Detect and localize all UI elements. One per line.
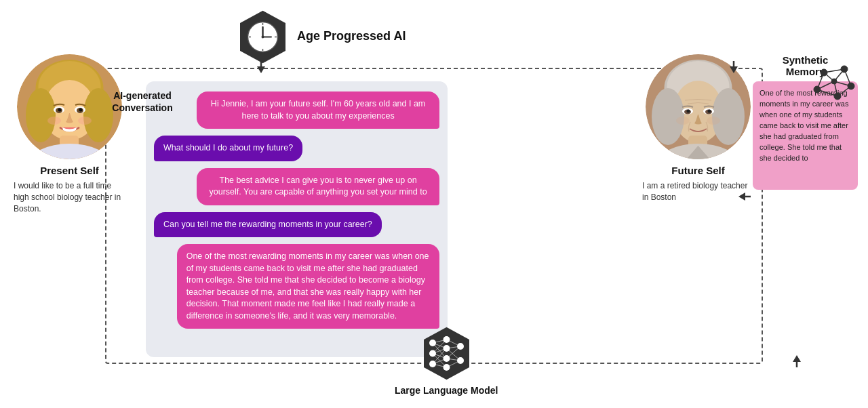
present-face-image [17, 54, 122, 159]
age-progressed-label: Age Progressed AI [297, 29, 406, 43]
present-self-description: I would like to be a full time high scho… [14, 180, 125, 214]
svg-marker-95 [793, 355, 801, 362]
svg-line-47 [824, 73, 834, 81]
arrow-future-down [727, 61, 741, 73]
svg-point-7 [83, 88, 113, 142]
svg-point-6 [26, 88, 56, 142]
future-self-description: I am a retired biology teacher in Boston [642, 180, 754, 203]
svg-point-25 [712, 88, 745, 145]
future-self-title: Future Self [642, 165, 754, 177]
svg-marker-93 [738, 192, 745, 201]
svg-marker-89 [257, 66, 265, 73]
clock-hexagon [234, 8, 292, 66]
future-self-section: Future Self I am a retired biology teach… [642, 54, 754, 203]
chat-area: Hi Jennie, I am your future self. I'm 60… [146, 81, 448, 357]
svg-point-34 [707, 117, 720, 125]
clock-hex-shape [234, 8, 292, 66]
synthetic-memory-section: SyntheticMemory [753, 54, 858, 190]
present-face-container [17, 54, 122, 159]
main-container: Present Self I would like to be a full t… [0, 0, 868, 408]
svg-line-43 [844, 69, 851, 86]
llm-hexagon: Large Language Model [395, 325, 498, 396]
llm-hex-shape [418, 325, 475, 382]
chat-bubble-user-2: Can you tell me the rewarding moments in… [154, 212, 382, 238]
svg-point-13 [58, 108, 62, 112]
svg-point-32 [708, 110, 711, 113]
arrow-memory-left [738, 190, 751, 203]
memory-card: One of the most rewarding moments in my … [753, 81, 858, 190]
chat-bubble-ai-1: Hi Jennie, I am your future self. I'm 60… [197, 91, 439, 129]
chat-bubble-ai-2: The best advice I can give you is to nev… [197, 168, 439, 205]
present-self-title: Present Self [14, 165, 125, 177]
svg-line-44 [837, 86, 851, 96]
ai-conversation-label: AI-generatedConversation [112, 89, 173, 114]
arrow-mem-up [790, 355, 804, 367]
chat-bubble-user-1: What should I do about my future? [154, 136, 302, 161]
svg-point-57 [262, 36, 264, 39]
network-icon-top [810, 62, 858, 106]
svg-line-45 [817, 89, 837, 96]
svg-point-33 [676, 117, 690, 125]
svg-point-31 [687, 110, 690, 113]
svg-marker-91 [730, 66, 738, 73]
svg-point-24 [652, 88, 684, 145]
chat-bubble-ai-3: One of the most rewarding moments in my … [177, 244, 439, 329]
llm-label: Large Language Model [395, 385, 498, 396]
present-self-section: Present Self I would like to be a full t… [14, 54, 125, 214]
svg-point-16 [78, 117, 92, 125]
svg-point-14 [79, 108, 83, 112]
svg-point-15 [47, 117, 61, 125]
